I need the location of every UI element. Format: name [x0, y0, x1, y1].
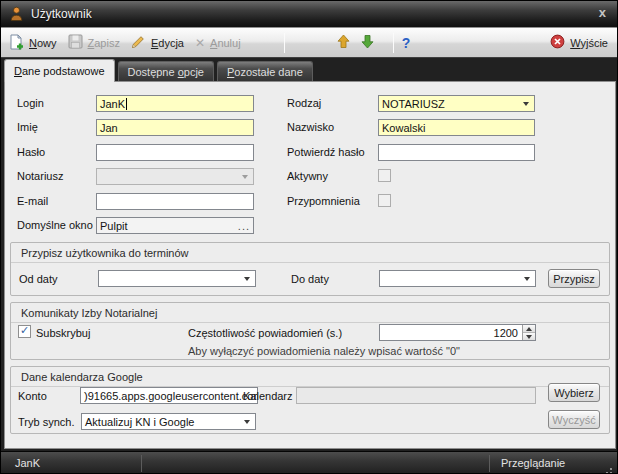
- terminy-group-title: Przypisz użytkownika do terminów: [11, 243, 609, 263]
- tab-bar: Dane podstawowe Dostępne opcje Pozostałe…: [4, 59, 313, 82]
- status-separator: [141, 455, 142, 472]
- help-icon: ?: [402, 35, 411, 51]
- nazwisko-field[interactable]: Kowalski: [378, 119, 535, 136]
- domyslne-okno-label: Domyślne okno: [17, 219, 93, 231]
- resize-grip[interactable]: [610, 468, 612, 470]
- toolbar-separator: [284, 33, 285, 53]
- chevron-down-icon: [241, 277, 252, 281]
- tryb-synch-label: Tryb synch.: [18, 416, 74, 428]
- cancel-x-icon: ✕: [195, 36, 205, 50]
- checkmark-icon: ✓: [20, 325, 29, 336]
- aktywny-checkbox[interactable]: [378, 169, 391, 182]
- spin-up-icon[interactable]: [523, 325, 535, 333]
- potwierdz-haslo-field[interactable]: [378, 144, 535, 161]
- user-dialog-window: Użytkownik x Nowy Zapisz: [0, 0, 618, 474]
- title-bar[interactable]: Użytkownik x: [1, 1, 617, 27]
- browse-ellipsis-button[interactable]: ...: [238, 222, 250, 230]
- przypisz-button[interactable]: Przypisz: [548, 269, 600, 288]
- new-button[interactable]: Nowy: [8, 34, 57, 52]
- tab-dane-podstawowe[interactable]: Dane podstawowe: [4, 59, 115, 82]
- spin-down-icon[interactable]: [523, 333, 535, 340]
- toolbar-separator: [393, 33, 394, 53]
- konto-field[interactable]: )91665.apps.googleusercontent.com: [80, 387, 258, 404]
- tab-dostepne-opcje[interactable]: Dostępne opcje: [118, 61, 214, 81]
- imie-field[interactable]: Jan: [96, 119, 254, 136]
- email-label: E-mail: [17, 195, 48, 207]
- move-down-button[interactable]: [361, 34, 374, 51]
- chevron-down-icon: [520, 102, 531, 106]
- czestotliwosc-value[interactable]: 1200: [380, 325, 522, 340]
- status-bar: JanK Przeglądanie: [1, 451, 617, 474]
- exit-button[interactable]: Wyjście: [550, 34, 608, 51]
- help-button[interactable]: ?: [402, 35, 411, 51]
- komunikaty-group-title: Komunikaty Izby Notarialnej: [11, 303, 609, 323]
- google-groupbox: Dane kalendarza Google Konto )91665.apps…: [10, 366, 610, 434]
- subskrybuj-label: Subskrybuj: [36, 327, 90, 339]
- tab-panel-dane-podstawowe: Login JanK Rodzaj NOTARIUSZ Imię Jan Naz…: [4, 81, 616, 449]
- haslo-field[interactable]: [96, 144, 254, 161]
- email-field[interactable]: [96, 193, 254, 210]
- tab-pozostale-dane[interactable]: Pozostałe dane: [217, 61, 313, 81]
- przypomnienia-label: Przypomnienia: [287, 195, 360, 207]
- move-up-button[interactable]: [337, 34, 350, 51]
- google-group-title: Dane kalendarza Google: [11, 367, 609, 387]
- status-mode: Przeglądanie: [501, 457, 565, 469]
- aktywny-label: Aktywny: [287, 170, 328, 182]
- status-user: JanK: [15, 457, 40, 469]
- czestotliwosc-spinner[interactable]: 1200: [379, 324, 536, 341]
- czestotliwosc-label: Częstotliwość powiadomień (s.): [188, 327, 342, 339]
- login-label: Login: [17, 97, 44, 109]
- save-icon: [68, 34, 83, 51]
- imie-label: Imię: [17, 121, 38, 133]
- wybierz-button[interactable]: Wybierz: [548, 383, 600, 402]
- rodzaj-combobox[interactable]: NOTARIUSZ: [378, 95, 535, 112]
- powiadomienia-hint: Aby wyłączyć powiadomienia należy wpisać…: [188, 345, 460, 357]
- chevron-down-icon: [521, 277, 532, 281]
- spinner-buttons: [522, 325, 535, 340]
- subskrybuj-checkbox[interactable]: ✓: [18, 325, 31, 338]
- window-title: Użytkownik: [31, 7, 92, 21]
- save-button[interactable]: Zapisz: [68, 34, 120, 51]
- potwierdz-haslo-label: Potwierdź hasło: [287, 146, 365, 158]
- tryb-synch-combobox[interactable]: Aktualizuj KN i Google: [81, 413, 256, 430]
- status-separator: [489, 455, 490, 472]
- terminy-groupbox: Przypisz użytkownika do terminów Od daty…: [10, 242, 610, 296]
- od-daty-combobox[interactable]: [98, 270, 256, 287]
- text-caret: [126, 98, 127, 110]
- cancel-button[interactable]: ✕ Anuluj: [195, 36, 241, 50]
- rodzaj-label: Rodzaj: [287, 97, 321, 109]
- chevron-down-icon: [241, 420, 252, 424]
- exit-icon: [550, 34, 565, 51]
- chevron-down-icon: [239, 175, 250, 179]
- user-icon: [10, 6, 23, 22]
- login-field[interactable]: JanK: [96, 95, 254, 112]
- notariusz-combobox: [96, 168, 254, 185]
- notariusz-label: Notariusz: [17, 170, 63, 182]
- do-daty-combobox[interactable]: [379, 270, 536, 287]
- domyslne-okno-field[interactable]: Pulpit ...: [96, 217, 254, 234]
- haslo-label: Hasło: [17, 146, 45, 158]
- wyczysc-button[interactable]: Wyczyść: [548, 410, 600, 429]
- edit-button[interactable]: Edycja: [131, 34, 184, 51]
- komunikaty-groupbox: Komunikaty Izby Notarialnej ✓ Subskrybuj…: [10, 302, 610, 360]
- close-icon[interactable]: x: [599, 6, 606, 20]
- konto-label: Konto: [18, 390, 47, 402]
- kalendarz-label: Kalendarz: [243, 390, 293, 402]
- pencil-icon: [131, 34, 146, 51]
- arrow-up-icon: [337, 34, 350, 51]
- do-daty-label: Do daty: [291, 273, 329, 285]
- przypomnienia-checkbox[interactable]: [378, 194, 391, 207]
- arrow-down-icon: [361, 34, 374, 51]
- new-document-icon: [8, 34, 24, 52]
- nazwisko-label: Nazwisko: [287, 121, 334, 133]
- toolbar: Nowy Zapisz Edycja ✕ Anuluj: [1, 27, 617, 58]
- od-daty-label: Od daty: [19, 273, 58, 285]
- kalendarz-field: [296, 387, 536, 404]
